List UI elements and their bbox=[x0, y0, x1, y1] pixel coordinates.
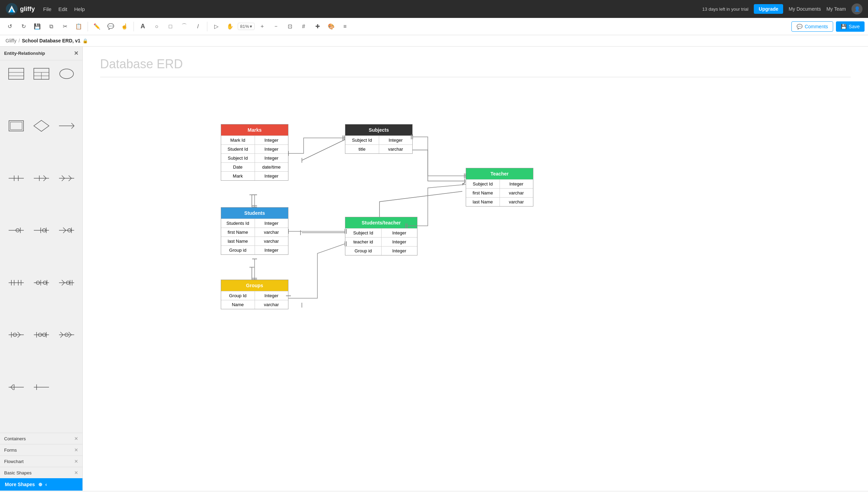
shape-weak-entity[interactable] bbox=[5, 117, 27, 134]
logo[interactable]: gliffy bbox=[6, 3, 35, 15]
nav-edit[interactable]: Edit bbox=[58, 6, 67, 12]
pan-tool[interactable]: ✋ bbox=[224, 20, 236, 33]
shape-one-many[interactable] bbox=[30, 170, 52, 187]
field-type: varchar bbox=[500, 189, 533, 197]
shape-one-one[interactable] bbox=[30, 222, 52, 239]
zoom-out-button[interactable]: － bbox=[270, 20, 282, 33]
table-row: Group Id Integer bbox=[221, 291, 288, 300]
field-type: Integer bbox=[255, 154, 288, 162]
hand-tool[interactable]: ☝ bbox=[118, 20, 131, 33]
shape-line-cross[interactable] bbox=[55, 117, 78, 134]
table-groups[interactable]: Groups Group Id Integer Name varchar bbox=[221, 280, 288, 309]
diagonal-line-tool[interactable]: / bbox=[192, 20, 204, 33]
sidebar-close-button[interactable]: ✕ bbox=[74, 50, 78, 57]
pen-tool[interactable]: ✏️ bbox=[91, 20, 103, 33]
table-subjects[interactable]: Subjects Subject Id Integer title varcha… bbox=[345, 124, 413, 154]
field-type: Integer bbox=[382, 238, 417, 246]
svg-line-25 bbox=[62, 175, 65, 178]
divider-1 bbox=[88, 22, 88, 31]
comments-button[interactable]: 💬 Comments bbox=[791, 21, 833, 32]
table-row: teacher id Integer bbox=[345, 237, 417, 246]
nav-file[interactable]: File bbox=[43, 6, 51, 12]
sidebar-header: Entity-Relationship ✕ bbox=[0, 47, 82, 60]
shape-crow-f[interactable] bbox=[55, 326, 78, 343]
zoom-in-button[interactable]: ＋ bbox=[256, 20, 268, 33]
field-name: teacher id bbox=[345, 238, 382, 246]
add-page-button[interactable]: ✚ bbox=[311, 20, 324, 33]
table-row: Subject Id Integer bbox=[345, 228, 417, 237]
svg-line-79 bbox=[302, 138, 348, 160]
shape-crow-e[interactable] bbox=[30, 326, 52, 343]
field-name: Group Id bbox=[221, 291, 255, 300]
svg-line-69 bbox=[60, 335, 63, 338]
field-type: Integer bbox=[255, 136, 288, 144]
table-students[interactable]: Students Students Id Integer first Name … bbox=[221, 207, 288, 255]
gliffy-logo-icon bbox=[6, 3, 18, 15]
field-name: Subject Id bbox=[466, 180, 500, 188]
zoom-control[interactable]: 81% ▾ bbox=[238, 23, 255, 30]
shape-crow-a[interactable] bbox=[5, 274, 27, 291]
table-teacher[interactable]: Teacher Subject Id Integer first Name va… bbox=[466, 168, 533, 207]
table-row: title varchar bbox=[345, 144, 412, 153]
paste-button[interactable]: 📋 bbox=[72, 20, 85, 33]
shape-many-one[interactable] bbox=[55, 222, 78, 239]
fit-page-button[interactable]: ⊡ bbox=[284, 20, 296, 33]
save-local-button[interactable]: 💾 bbox=[31, 20, 43, 33]
nav-help[interactable]: Help bbox=[74, 6, 85, 12]
zoom-dropdown-icon: ▾ bbox=[250, 24, 252, 29]
table-row: Mark Integer bbox=[221, 171, 288, 180]
pointer-tool[interactable]: ▷ bbox=[210, 20, 223, 33]
sidebar-section-forms[interactable]: Forms ✕ bbox=[0, 444, 82, 455]
section-containers-close[interactable]: ✕ bbox=[74, 436, 78, 441]
field-type: Integer bbox=[255, 172, 288, 180]
divider-3 bbox=[207, 22, 207, 31]
section-forms-close[interactable]: ✕ bbox=[74, 447, 78, 453]
shape-diamond[interactable] bbox=[30, 117, 52, 134]
text-tool[interactable]: A bbox=[137, 20, 149, 33]
undo-button[interactable]: ↺ bbox=[3, 20, 16, 33]
sidebar-section-flowchart[interactable]: Flowchart ✕ bbox=[0, 455, 82, 467]
cut-button[interactable]: ✂ bbox=[59, 20, 71, 33]
sidebar-section-containers[interactable]: Containers ✕ bbox=[0, 433, 82, 444]
color-picker-button[interactable]: 🎨 bbox=[325, 20, 337, 33]
upgrade-button[interactable]: Upgrade bbox=[754, 4, 783, 14]
shape-crow-b[interactable] bbox=[30, 274, 52, 291]
canvas-area[interactable]: Database ERD bbox=[83, 47, 868, 491]
user-avatar[interactable]: 👤 bbox=[851, 3, 862, 14]
my-team-link[interactable]: My Team bbox=[826, 6, 846, 12]
breadcrumb-gliffy[interactable]: Gliffy bbox=[6, 38, 17, 43]
layers-button[interactable]: ≡ bbox=[339, 20, 351, 33]
shape-crow-h[interactable] bbox=[30, 379, 52, 396]
shape-crow-d[interactable] bbox=[5, 326, 27, 343]
shape-table[interactable] bbox=[30, 65, 52, 82]
copy-button[interactable]: ⧉ bbox=[45, 20, 57, 33]
shape-entity[interactable] bbox=[5, 65, 27, 82]
section-basic-shapes-close[interactable]: ✕ bbox=[74, 470, 78, 475]
rect-tool[interactable]: □ bbox=[164, 20, 177, 33]
shape-many-many[interactable] bbox=[55, 170, 78, 187]
speech-bubble-tool[interactable]: 💬 bbox=[105, 20, 117, 33]
grid-toggle-button[interactable]: # bbox=[297, 20, 310, 33]
svg-line-61 bbox=[18, 335, 20, 338]
redo-button[interactable]: ↻ bbox=[17, 20, 30, 33]
section-flowchart-close[interactable]: ✕ bbox=[74, 459, 78, 464]
table-students-teacher[interactable]: Students/teacher Subject Id Integer teac… bbox=[345, 217, 417, 255]
my-documents-link[interactable]: My Documents bbox=[789, 6, 821, 12]
lock-icon[interactable]: 🔒 bbox=[82, 38, 88, 43]
svg-line-74 bbox=[11, 384, 13, 387]
save-button[interactable]: 💾 Save bbox=[836, 21, 865, 32]
line-tool[interactable]: ⌒ bbox=[178, 20, 190, 33]
shape-one-only[interactable] bbox=[5, 170, 27, 187]
more-shapes-bar[interactable]: More Shapes ⊕ ‹ bbox=[0, 478, 82, 491]
sidebar-section-basic-shapes[interactable]: Basic Shapes ✕ bbox=[0, 467, 82, 478]
canvas-title: Database ERD bbox=[100, 57, 183, 71]
field-type: varchar bbox=[255, 237, 288, 245]
shape-crow-g[interactable] bbox=[5, 379, 27, 396]
field-type: varchar bbox=[255, 228, 288, 237]
circle-tool[interactable]: ○ bbox=[150, 20, 163, 33]
table-marks[interactable]: Marks Mark Id Integer Student Id Integer… bbox=[221, 124, 288, 181]
shape-zero-one[interactable] bbox=[5, 222, 27, 239]
shape-crow-c[interactable] bbox=[55, 274, 78, 291]
shape-ellipse[interactable] bbox=[55, 65, 78, 82]
field-name: Group id bbox=[221, 246, 255, 254]
